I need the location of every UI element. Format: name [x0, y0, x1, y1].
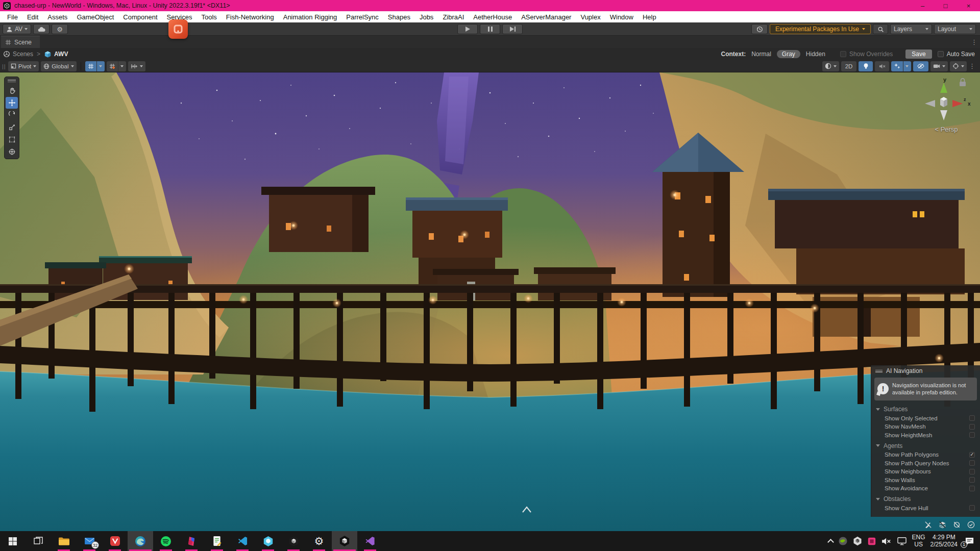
section-surfaces[interactable]: Surfaces: [871, 405, 980, 414]
show-neighbours-checkbox[interactable]: [969, 469, 975, 474]
taskbar-spotify-button[interactable]: [153, 531, 179, 551]
capture-disabled-icon[interactable]: [951, 519, 962, 530]
maximize-button[interactable]: □: [934, 0, 957, 11]
services-button[interactable]: ⚙: [52, 24, 68, 34]
cloud-button[interactable]: [33, 24, 50, 34]
taskbar-hex-app-button[interactable]: [255, 531, 281, 551]
section-agents[interactable]: Agents: [871, 441, 980, 450]
experimental-packages-dropdown[interactable]: Experimental Packages In Use: [770, 24, 871, 34]
context-normal-button[interactable]: Normal: [751, 51, 771, 58]
undo-history-button[interactable]: [751, 24, 768, 34]
show-walls-checkbox[interactable]: [969, 477, 975, 483]
move-tool[interactable]: [6, 97, 18, 109]
scene-viewport[interactable]: y z x < Persp AI Navigation ! Navigation…: [0, 72, 980, 531]
show-avoidance-checkbox[interactable]: [969, 486, 975, 491]
task-view-button[interactable]: [26, 531, 51, 551]
context-gray-button[interactable]: Gray: [777, 50, 800, 58]
gizmos-dropdown[interactable]: [950, 61, 967, 71]
menu-component[interactable]: Component: [118, 13, 162, 21]
camera-settings-dropdown[interactable]: [930, 61, 948, 71]
taskbar-visual-studio-button[interactable]: [357, 531, 383, 551]
scene-toolbar-menu[interactable]: ⋮: [969, 62, 978, 70]
global-dropdown[interactable]: Global: [41, 61, 76, 71]
tab-scene[interactable]: Scene: [1, 36, 40, 48]
snap-increment-dropdown[interactable]: [128, 61, 145, 71]
taskbar-notes-button[interactable]: [204, 531, 230, 551]
lighting-toggle[interactable]: [859, 61, 873, 71]
axis-y-cone[interactable]: [940, 83, 947, 93]
taskbar-vivaldi-button[interactable]: [102, 531, 128, 551]
menu-vuplex[interactable]: Vuplex: [576, 13, 605, 21]
snap-options-button[interactable]: [118, 61, 124, 71]
hidden-objects-toggle[interactable]: [913, 61, 928, 71]
show-only-selected-checkbox[interactable]: [969, 415, 975, 421]
show-overrides-checkbox[interactable]: [840, 51, 846, 57]
menu-fish-networking[interactable]: Fish-Networking: [222, 13, 279, 21]
layers-dropdown[interactable]: Layers: [890, 24, 932, 34]
taskbar-vscode-button[interactable]: [230, 531, 255, 551]
menu-zibraai[interactable]: ZibraAI: [438, 13, 469, 21]
auto-save-toggle[interactable]: Auto Save: [938, 51, 975, 58]
taskbar-unity-editor-button[interactable]: [332, 531, 357, 551]
network-icon[interactable]: [897, 537, 907, 545]
taskbar-explorer-button[interactable]: [51, 531, 77, 551]
show-carve-hull-checkbox[interactable]: [969, 505, 975, 511]
grid-options-button[interactable]: [96, 61, 102, 71]
layers-disabled-icon[interactable]: [937, 519, 947, 530]
rect-tool[interactable]: [6, 134, 18, 145]
save-button[interactable]: Save: [905, 49, 932, 59]
pink-tray-icon[interactable]: [867, 537, 876, 546]
menu-tools[interactable]: Tools: [197, 13, 221, 21]
tray-language[interactable]: ENG US: [912, 534, 925, 548]
rotate-tool[interactable]: [6, 109, 18, 121]
axis-neg-x-cone[interactable]: [925, 100, 935, 107]
pivot-dropdown[interactable]: Pivot: [8, 61, 39, 71]
account-dropdown[interactable]: AV: [3, 24, 31, 34]
tools-overlay-grip[interactable]: [8, 78, 16, 84]
breadcrumb-root[interactable]: Scenes: [13, 51, 33, 58]
show-path-polygons-checkbox[interactable]: [969, 452, 975, 458]
menu-window[interactable]: Window: [605, 13, 638, 21]
orientation-gizmo[interactable]: y z x < Persp: [922, 76, 971, 133]
volume-muted-icon[interactable]: [881, 537, 892, 545]
notifications-button[interactable]: 1: [963, 535, 976, 548]
context-hidden-button[interactable]: Hidden: [806, 51, 825, 58]
search-button[interactable]: [873, 24, 888, 34]
menu-aservermanager[interactable]: AServerManager: [517, 13, 576, 21]
toolbar-grip[interactable]: ||: [2, 63, 6, 69]
auto-save-checkbox[interactable]: [938, 51, 944, 57]
tray-chevron-icon[interactable]: [827, 539, 834, 545]
menu-animation-rigging[interactable]: Animation Rigging: [279, 13, 342, 21]
unity-tray-icon[interactable]: [853, 536, 862, 546]
grid-visibility-toggle[interactable]: [85, 61, 105, 71]
2d-mode-toggle[interactable]: 2D: [841, 61, 856, 71]
effects-dropdown[interactable]: [891, 61, 911, 71]
layout-dropdown[interactable]: Layout: [934, 24, 976, 34]
taskbar-unity-hub-button[interactable]: [281, 531, 306, 551]
scale-tool[interactable]: [6, 121, 18, 133]
show-heightmesh-checkbox[interactable]: [969, 432, 975, 438]
menu-assets[interactable]: Assets: [43, 13, 72, 21]
taskbar-settings-button[interactable]: ⚙: [306, 531, 332, 551]
menu-shapes[interactable]: Shapes: [383, 13, 415, 21]
play-button[interactable]: [457, 24, 478, 34]
minimize-button[interactable]: –: [911, 0, 934, 11]
menu-edit[interactable]: Edit: [22, 13, 43, 21]
section-obstacles[interactable]: Obstacles: [871, 494, 980, 504]
tab-row-menu[interactable]: ⋮: [971, 38, 980, 46]
paint-disabled-icon[interactable]: [923, 519, 933, 530]
axis-x-cone[interactable]: [952, 100, 963, 107]
show-navmesh-checkbox[interactable]: [969, 424, 975, 430]
menu-help[interactable]: Help: [638, 13, 661, 21]
taskbar-red-app-button[interactable]: [179, 531, 204, 551]
show-path-query-nodes-checkbox[interactable]: [969, 460, 975, 466]
breadcrumb-current[interactable]: AWV: [54, 51, 68, 58]
pause-button[interactable]: [480, 24, 500, 34]
snap-toggle[interactable]: [107, 61, 126, 71]
step-button[interactable]: [502, 24, 523, 34]
tray-clock[interactable]: 4:29 PM 2/25/2024: [930, 534, 958, 548]
menu-jobs[interactable]: Jobs: [415, 13, 438, 21]
projection-label[interactable]: < Persp: [922, 126, 971, 133]
show-overrides-toggle[interactable]: Show Overrides: [840, 51, 893, 58]
shading-mode-dropdown[interactable]: [822, 61, 839, 71]
